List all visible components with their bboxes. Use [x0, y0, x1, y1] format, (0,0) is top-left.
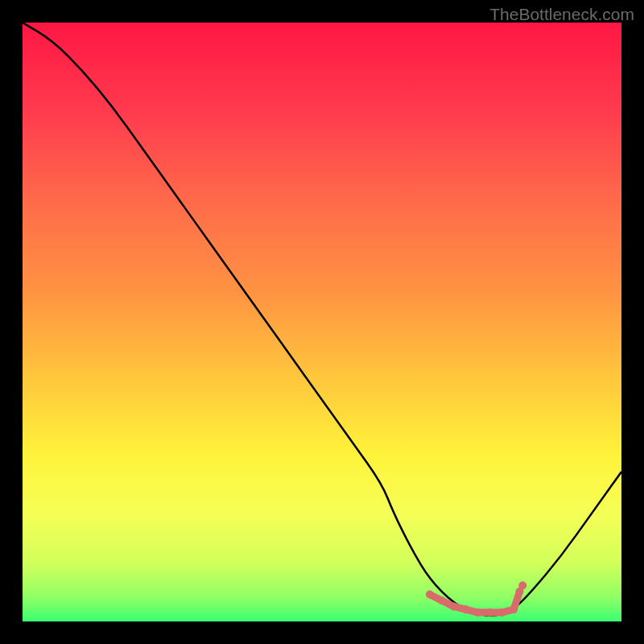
svg-point-5 — [473, 609, 481, 617]
svg-point-1 — [426, 591, 434, 599]
svg-point-4 — [462, 605, 470, 613]
svg-point-7 — [497, 609, 506, 617]
svg-point-3 — [450, 602, 458, 610]
svg-point-6 — [485, 609, 493, 617]
chart-container — [23, 23, 621, 621]
svg-point-10 — [518, 581, 526, 589]
watermark-text: TheBottleneck.com — [489, 5, 634, 24]
bottleneck-curve — [23, 23, 621, 621]
svg-point-2 — [438, 597, 446, 605]
svg-point-8 — [510, 605, 518, 613]
